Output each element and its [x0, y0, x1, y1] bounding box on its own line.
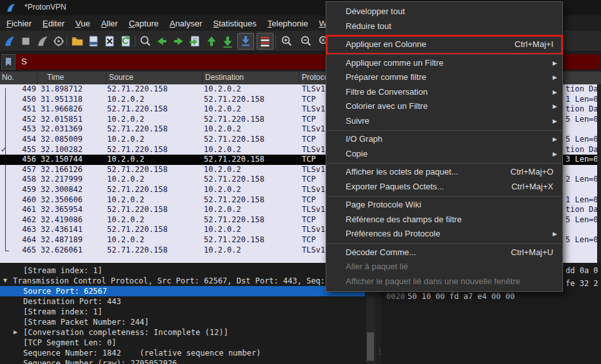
context-menu-item[interactable]: Filtre de Conversation ▶ — [326, 85, 562, 100]
context-menu-item[interactable]: Afficher le paquet lié dans une nouvelle… — [326, 274, 562, 289]
column-header-no[interactable]: No. — [2, 73, 14, 82]
column-separator[interactable] — [106, 72, 106, 84]
context-menu-item[interactable]: Préférences du Protocole ▶ — [326, 227, 562, 242]
start-capture-icon[interactable] — [3, 34, 17, 48]
column-separator[interactable] — [37, 72, 37, 84]
auto-scroll-icon[interactable] — [237, 33, 254, 50]
zoom-in-icon[interactable] — [280, 34, 294, 48]
cell-destination: 52.71.220.158 — [204, 195, 264, 206]
details-scrollbar-thumb[interactable] — [367, 332, 374, 361]
cell-time: 32.015851 — [41, 115, 83, 125]
capture-options-gear-icon[interactable] — [52, 34, 66, 48]
context-menu-item[interactable]: Réduire tout ▶ — [326, 19, 562, 34]
column-header-time[interactable]: Time — [47, 73, 64, 82]
hex-row-bytes[interactable]: 50 10 00 fd a7 e4 00 00 — [408, 292, 515, 301]
submenu-arrow-icon: ▶ — [553, 227, 557, 242]
detail-line[interactable]: Destination Port: 443 — [0, 296, 365, 307]
cell-protocol: TCP — [302, 195, 316, 206]
menu-bar-item[interactable]: Statistiques — [213, 19, 257, 28]
context-menu-item-label: Copie — [346, 149, 368, 158]
hex-row-offset: 0020 — [386, 292, 405, 301]
cell-source: 10.2.0.2 — [107, 115, 144, 125]
context-menu-item[interactable]: Colorier avec un Filtre ▶ — [326, 99, 562, 114]
menu-bar-item[interactable]: Telephonie — [268, 19, 308, 28]
menu-bar-item[interactable]: Aller — [101, 19, 118, 28]
open-file-folder-icon[interactable] — [70, 34, 84, 48]
context-menu-item[interactable]: Aller à paquet lié ▶ — [326, 260, 562, 274]
cell-time: 31.966826 — [41, 104, 83, 115]
context-menu-item-label: Afficher le paquet lié dans une nouvelle… — [346, 276, 520, 286]
cell-time: 32.436141 — [41, 225, 83, 235]
detail-line[interactable]: Source Port: 62567 — [0, 286, 365, 296]
detail-line[interactable]: ▼ Transmission Control Protocol, Src Por… — [0, 276, 365, 286]
cell-protocol: TCP — [302, 135, 316, 145]
go-next-packet-icon[interactable] — [172, 34, 186, 48]
cell-no: 459 — [9, 185, 36, 195]
wireshark-window: *ProtonVPN FichierEditerVueAllerCaptureA… — [0, 0, 601, 364]
context-menu-item[interactable]: Préparer comme filtre ▶ — [326, 70, 562, 85]
detail-line[interactable]: Sequence Number: 1842 (relative sequence… — [0, 348, 365, 358]
packet-list-scrollbar[interactable] — [597, 84, 601, 263]
detail-line[interactable]: [Stream index: 1] — [0, 307, 365, 317]
cell-no: 452 — [9, 115, 36, 125]
context-menu-item[interactable]: Page Protocole Wiki ▶ — [326, 198, 562, 213]
cell-source: 10.2.0.2 — [107, 95, 144, 105]
cell-no: 465 — [9, 245, 36, 256]
menu-bar-item[interactable]: Editer — [43, 19, 64, 28]
context-menu-item[interactable]: Exporter Paquets Octets... Ctrl+Maj+X ▶ — [326, 180, 562, 195]
stop-capture-icon[interactable] — [19, 34, 33, 48]
packet-details-pane: [Stream index: 1] ▼ Transmission Control… — [0, 263, 365, 364]
find-packet-icon[interactable] — [139, 34, 153, 48]
menu-bar-item[interactable]: Fichier — [6, 19, 32, 28]
context-menu-item[interactable]: I/O Graph ▶ — [326, 132, 562, 147]
menu-bar-item[interactable]: Capture — [129, 19, 159, 28]
reload-file-icon[interactable] — [119, 34, 133, 48]
filter-bookmark-icon[interactable] — [1, 54, 15, 70]
column-header-source[interactable]: Source — [109, 73, 133, 82]
context-menu-item[interactable]: Développer tout ▶ — [326, 5, 562, 19]
cell-destination: 52.71.220.158 — [204, 235, 264, 245]
detail-line[interactable]: [TCP Segment Len: 0] — [0, 338, 365, 348]
cell-destination: 52.71.220.158 — [204, 95, 264, 105]
detail-line[interactable]: Sequence Number (raw): 2705052926 — [0, 358, 365, 364]
colorize-packets-icon[interactable] — [257, 33, 273, 50]
context-menu: Développer tout ▶ Réduire tout ▶ Appliqu… — [326, 1, 563, 292]
column-separator[interactable] — [202, 72, 202, 84]
context-menu-item-shortcut: Ctrl+Maj+U — [511, 245, 553, 260]
cell-time: 31.898712 — [41, 84, 83, 95]
go-last-packet-icon[interactable] — [221, 34, 235, 48]
save-file-icon[interactable] — [86, 34, 101, 48]
cell-source: 52.71.220.158 — [107, 145, 168, 155]
close-file-icon[interactable] — [103, 34, 117, 48]
window-title: *ProtonVPN — [25, 3, 66, 12]
context-menu-item[interactable]: Copie ▶ — [326, 147, 562, 162]
context-menu-item[interactable]: Appliquer en Colonne Ctrl+Maj+I ▶ — [326, 37, 562, 52]
cell-time: 32.419086 — [41, 215, 83, 225]
cell-info-fragment: 5 Len=0 — [566, 135, 598, 145]
toolbar-separator — [275, 35, 276, 47]
expander-icon[interactable]: ▼ — [3, 276, 7, 286]
go-to-packet-icon[interactable] — [188, 34, 202, 48]
context-menu-item[interactable]: Suivre ▶ — [326, 114, 562, 129]
context-menu-item[interactable]: Appliquer comme un Filtre ▶ — [326, 56, 562, 71]
detail-line[interactable]: ▶ [Conversation completeness: Incomplete… — [0, 327, 365, 338]
detail-line[interactable]: [Stream index: 1] — [0, 265, 365, 276]
column-header-destination[interactable]: Destination — [205, 73, 244, 82]
detail-text: Source Port: 62567 — [23, 286, 365, 296]
cell-protocol: TCP — [302, 115, 316, 125]
zoom-out-icon[interactable] — [299, 34, 313, 48]
menu-bar-item[interactable]: Vue — [75, 19, 90, 28]
cell-time: 32.300842 — [41, 185, 83, 195]
context-menu-item[interactable]: Décoder Comme... Ctrl+Maj+U ▶ — [326, 245, 562, 260]
detail-text: [Stream Packet Number: 244] — [23, 317, 365, 327]
context-menu-item[interactable]: Afficher les octets de paquet... Ctrl+Ma… — [326, 165, 562, 180]
restart-capture-icon[interactable] — [35, 34, 50, 48]
cell-source: 52.71.220.158 — [107, 205, 168, 215]
column-separator[interactable] — [299, 72, 299, 84]
expander-icon[interactable]: ▶ — [14, 327, 17, 338]
context-menu-item[interactable]: Référence des champs de filtre ▶ — [326, 213, 562, 227]
detail-line[interactable]: [Stream Packet Number: 244] — [0, 317, 365, 327]
menu-bar-item[interactable]: Analyser — [170, 19, 202, 28]
go-first-packet-icon[interactable] — [204, 34, 219, 48]
go-previous-packet-icon[interactable] — [155, 34, 169, 48]
